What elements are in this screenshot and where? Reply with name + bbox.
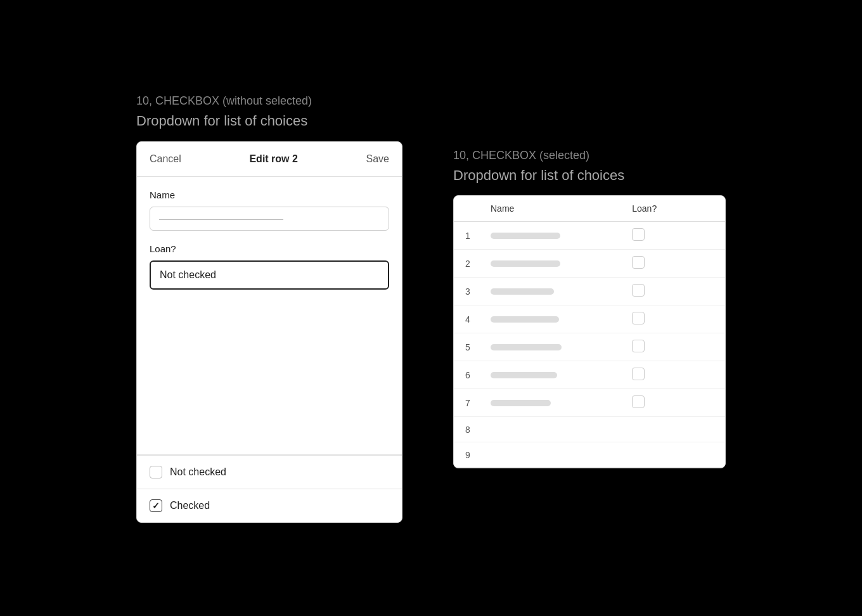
row-loan-6 [623,361,691,389]
row-action-6 [691,361,725,389]
form-spacer [150,302,389,454]
table-row: 1 [454,222,725,250]
row-num-4: 4 [454,305,482,333]
row-name-3 [482,278,623,305]
loan-field-label: Loan? [150,243,389,254]
row-num-6: 6 [454,361,482,389]
name-input[interactable] [150,207,389,231]
table-row: 9 [454,442,725,468]
row-action-5 [691,333,725,361]
form-body: Name Loan? Not checked [137,177,402,455]
loan-select-display[interactable]: Not checked [150,260,389,290]
option-not-checked[interactable]: Not checked [137,456,402,489]
checked-checkbox-icon: ✓ [150,499,162,512]
row-num-5: 5 [454,333,482,361]
row-action-1 [691,222,725,250]
row-loan-1 [623,222,691,250]
row-num-7: 7 [454,389,482,417]
row-loan-5 [623,333,691,361]
cancel-button[interactable]: Cancel [150,153,181,165]
col-header-num [454,196,482,222]
row-num-8: 8 [454,417,482,442]
checkmark-icon: ✓ [152,501,160,511]
row-loan-7 [623,389,691,417]
table-row: 8 [454,417,725,442]
row-action-7 [691,389,725,417]
left-panel: 10, CHECKBOX (without selected) Dropdown… [136,93,402,523]
row-name-9 [482,442,623,468]
row-name-6 [482,361,623,389]
save-button[interactable]: Save [366,153,389,165]
row-action-9 [691,442,725,468]
right-caption-line1: 10, CHECKBOX (selected) [453,148,624,164]
table-row: 7 [454,389,725,417]
row-name-4 [482,305,623,333]
col-header-loan: Loan? [623,196,691,222]
row-num-3: 3 [454,278,482,305]
row-action-3 [691,278,725,305]
option-checked[interactable]: ✓ Checked [137,489,402,522]
col-header-action [691,196,725,222]
row-name-7 [482,389,623,417]
row-name-8 [482,417,623,442]
row-loan-8 [623,417,691,442]
table-row: 2 [454,250,725,278]
table-header-row: Name Loan? [454,196,725,222]
table-card: Name Loan? 1 2 [453,195,726,468]
row-num-2: 2 [454,250,482,278]
row-loan-4 [623,305,691,333]
row-name-2 [482,250,623,278]
row-loan-9 [623,442,691,468]
row-loan-3 [623,278,691,305]
row-loan-2 [623,250,691,278]
form-title: Edit row 2 [249,153,297,165]
data-table: Name Loan? 1 2 [454,196,725,468]
col-header-name: Name [482,196,623,222]
right-caption: 10, CHECKBOX (selected) Dropdown for lis… [453,148,624,186]
left-caption-line2: Dropdown for list of choices [136,112,312,131]
table-row: 4 [454,305,725,333]
table-row: 5 [454,333,725,361]
row-action-8 [691,417,725,442]
row-num-9: 9 [454,442,482,468]
option-checked-label: Checked [170,500,210,511]
row-num-1: 1 [454,222,482,250]
table-row: 6 [454,361,725,389]
right-caption-line2: Dropdown for list of choices [453,166,624,186]
left-caption-line1: 10, CHECKBOX (without selected) [136,93,312,109]
dropdown-options: Not checked ✓ Checked [137,455,402,522]
name-field-label: Name [150,189,389,200]
table-row: 3 [454,278,725,305]
right-panel: 10, CHECKBOX (selected) Dropdown for lis… [453,148,726,469]
row-name-5 [482,333,623,361]
row-action-4 [691,305,725,333]
unchecked-checkbox-icon [150,466,162,478]
option-not-checked-label: Not checked [170,466,226,478]
form-header: Cancel Edit row 2 Save [137,142,402,177]
row-name-1 [482,222,623,250]
left-caption: 10, CHECKBOX (without selected) Dropdown… [136,93,312,131]
edit-form-card: Cancel Edit row 2 Save Name Loan? Not ch… [136,141,402,523]
row-action-2 [691,250,725,278]
